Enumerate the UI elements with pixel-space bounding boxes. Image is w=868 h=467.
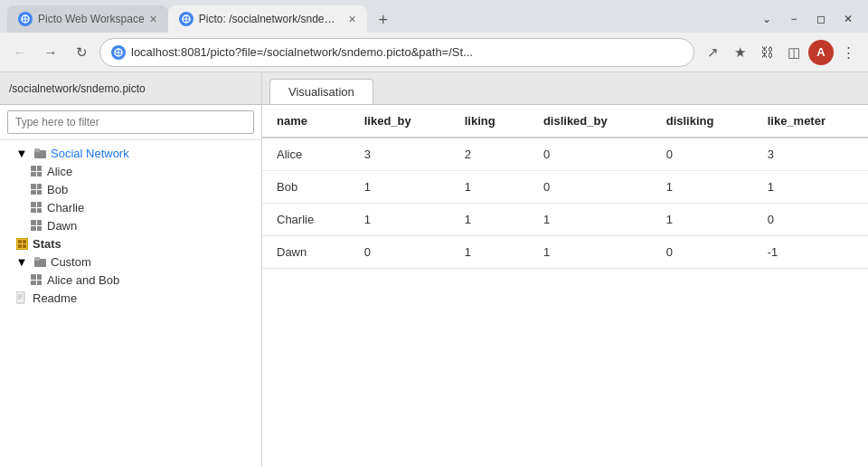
- forward-button[interactable]: →: [38, 40, 63, 65]
- cell-disliking: 1: [652, 171, 753, 204]
- sidebar-path: /socialnetwork/sndemo.picto: [0, 72, 261, 105]
- tree-label-custom: Custom: [51, 255, 91, 269]
- col-header-name: name: [262, 105, 350, 138]
- tree: ▼ Social Network Alice: [0, 140, 261, 467]
- tree-item-readme[interactable]: Readme: [0, 289, 261, 307]
- cell-liked-by: 3: [350, 138, 450, 171]
- cell-disliking: 0: [652, 236, 753, 269]
- tree-label-stats: Stats: [33, 237, 61, 251]
- folder-icon: [33, 146, 47, 160]
- address-bar[interactable]: localhost:8081/picto?file=/socialnetwork…: [99, 38, 694, 67]
- table-icon-stats: [14, 236, 29, 251]
- cell-name: Charlie: [262, 204, 350, 236]
- profile-button[interactable]: A: [808, 40, 834, 65]
- node-icon-dawn: [29, 218, 43, 233]
- restore-button[interactable]: ◻: [808, 9, 834, 29]
- cell-like-meter: 3: [753, 138, 868, 171]
- close-button[interactable]: ✕: [835, 9, 861, 29]
- cell-disliked-by: 0: [529, 171, 652, 204]
- tree-item-dawn[interactable]: Dawn: [0, 216, 261, 234]
- address-favicon: [111, 45, 126, 60]
- cell-liked-by: 1: [350, 204, 450, 236]
- chevron-down-icon[interactable]: ⌄: [754, 9, 779, 29]
- cell-name: Dawn: [262, 236, 350, 269]
- folder-icon-custom: [33, 254, 47, 269]
- cell-disliked-by: 1: [529, 236, 652, 269]
- cell-disliked-by: 0: [529, 138, 652, 171]
- col-header-disliking: disliking: [652, 105, 753, 138]
- col-header-like-meter: like_meter: [753, 105, 868, 138]
- table-row: Alice32003: [262, 138, 868, 171]
- new-tab-button[interactable]: +: [371, 7, 396, 33]
- svg-rect-10: [34, 148, 40, 152]
- main-area: /socialnetwork/sndemo.picto ▼ Social Net…: [0, 72, 868, 467]
- expand-arrow-icon-custom: ▼: [14, 254, 29, 269]
- tree-item-stats[interactable]: Stats: [0, 234, 261, 253]
- tree-label-readme: Readme: [33, 291, 77, 305]
- tree-item-custom[interactable]: ▼ Custom: [0, 253, 261, 271]
- tab2-close[interactable]: ×: [349, 12, 356, 26]
- tree-item-charlie[interactable]: Charlie: [0, 198, 261, 216]
- address-text: localhost:8081/picto?file=/socialnetwork…: [131, 45, 683, 59]
- tab-picto-sndemo[interactable]: Picto: /socialnetwork/sndemo.pic ×: [168, 5, 367, 33]
- cell-name: Alice: [262, 138, 350, 171]
- window-controls: ⌄ − ◻ ✕: [754, 9, 861, 33]
- doc-icon-readme: [14, 291, 29, 305]
- tree-item-bob[interactable]: Bob: [0, 180, 261, 198]
- tree-label-alice-and-bob: Alice and Bob: [47, 273, 119, 287]
- extension-button[interactable]: ⛓: [754, 40, 779, 65]
- reload-button[interactable]: ↻: [69, 40, 94, 65]
- title-bar: Picto Web Workspace × Picto: /socialnetw…: [0, 0, 868, 33]
- sidebar: /socialnetwork/sndemo.picto ▼ Social Net…: [0, 72, 262, 467]
- table-row: Dawn0110-1: [262, 236, 868, 269]
- cell-liking: 2: [450, 138, 529, 171]
- cell-disliking: 1: [652, 204, 753, 236]
- nav-right-buttons: ↗ ★ ⛓ ◫ A ⋮: [700, 40, 861, 65]
- table-row: Bob11011: [262, 171, 868, 204]
- node-icon-charlie: [29, 200, 43, 214]
- tree-label-dawn: Dawn: [47, 219, 77, 233]
- table-area: name liked_by liking disliked_by disliki…: [262, 105, 868, 467]
- cell-like-meter: -1: [753, 236, 868, 269]
- col-header-liking: liking: [450, 105, 529, 138]
- tree-item-root[interactable]: ▼ Social Network: [0, 144, 261, 162]
- sidebar-filter-area: [0, 105, 261, 140]
- cell-like-meter: 0: [753, 204, 868, 236]
- tab2-label: Picto: /socialnetwork/sndemo.pic: [199, 13, 344, 25]
- svg-rect-12: [34, 257, 40, 261]
- table-row: Charlie11110: [262, 204, 868, 236]
- tree-label-bob: Bob: [47, 183, 68, 196]
- cell-like-meter: 1: [753, 171, 868, 204]
- tree-label-charlie: Charlie: [47, 201, 84, 214]
- tab-visualisation[interactable]: Visualisation: [269, 79, 373, 104]
- tree-item-alice[interactable]: Alice: [0, 162, 261, 180]
- node-icon-alice-and-bob: [29, 272, 43, 287]
- minimize-button[interactable]: −: [781, 9, 807, 29]
- tree-item-alice-and-bob[interactable]: Alice and Bob: [0, 271, 261, 289]
- bookmark-button[interactable]: ★: [727, 40, 752, 65]
- cell-disliking: 0: [652, 138, 753, 171]
- node-icon-bob: [29, 182, 43, 196]
- filter-input[interactable]: [7, 110, 254, 134]
- cell-liking: 1: [450, 171, 529, 204]
- nav-bar: ← → ↻ localhost:8081/picto?file=/socialn…: [0, 33, 868, 72]
- content-area: Visualisation name liked_by liking disli…: [262, 72, 868, 467]
- tree-label-social-network: Social Network: [51, 147, 129, 160]
- cell-disliked-by: 1: [529, 204, 652, 236]
- col-header-disliked-by: disliked_by: [529, 105, 652, 138]
- browser-window: Picto Web Workspace × Picto: /socialnetw…: [0, 0, 868, 467]
- share-button[interactable]: ↗: [700, 40, 725, 65]
- tab2-favicon: [179, 12, 193, 26]
- menu-button[interactable]: ⋮: [835, 40, 861, 65]
- data-table: name liked_by liking disliked_by disliki…: [262, 105, 868, 269]
- tab1-favicon: [18, 12, 33, 26]
- tab-picto-workspace[interactable]: Picto Web Workspace ×: [7, 5, 168, 33]
- sidebar-toggle-button[interactable]: ◫: [781, 40, 807, 65]
- cell-liked-by: 1: [350, 171, 450, 204]
- node-icon-alice: [29, 164, 43, 178]
- tab1-close[interactable]: ×: [150, 12, 157, 26]
- col-header-liked-by: liked_by: [350, 105, 450, 138]
- back-button[interactable]: ←: [7, 40, 33, 65]
- cell-name: Bob: [262, 171, 350, 204]
- cell-liking: 1: [450, 204, 529, 236]
